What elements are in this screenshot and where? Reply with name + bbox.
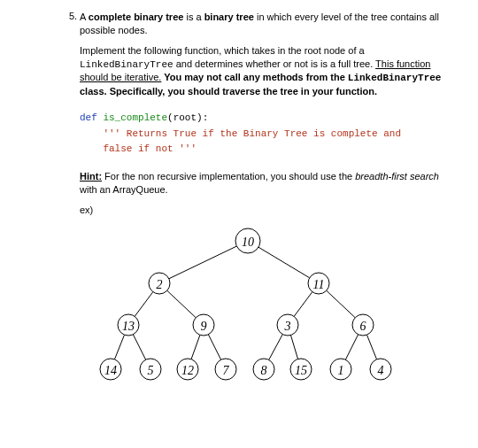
hint-paragraph: Hint: For the non recursive implementati… [80,170,443,197]
tree-edge [167,291,197,319]
tree-edge [133,335,145,360]
tree-edge [258,248,310,279]
tree-edge [191,336,200,359]
tree-edge [327,291,356,319]
text: with an ArrayQueue. [80,184,168,195]
tree-edge [366,336,376,360]
term-binary-tree: binary tree [204,12,254,22]
docstring-line: ''' Returns True if the Binary Tree is c… [80,128,401,139]
tree-edge [208,335,220,360]
tree-node-value: 1 [338,364,344,377]
tree-node-value: 8 [261,364,267,377]
code-block: def is_complete(root): ''' Returns True … [80,111,443,158]
tree-edge [345,335,358,360]
text: and determines whether or not is is a fu… [173,58,375,69]
params: (root): [167,112,208,123]
example-label: ex) [80,204,443,217]
code-inline: LinkedBinaryTree [80,59,173,70]
tree-edge [294,292,312,317]
page-content: 5. A complete binary tree is a binary tr… [0,0,478,409]
tree-node-value: 6 [360,320,366,333]
tree-node-value: 13 [122,320,135,333]
text: A [80,12,89,22]
keyword-def: def [80,112,97,123]
instruction-paragraph: Implement the following function, which … [80,44,443,98]
tree-node-value: 4 [378,364,384,377]
hint-label: Hint: [80,171,102,182]
tree-node-value: 12 [181,364,194,377]
tree-edge [169,246,237,279]
question-number: 5. [69,11,77,21]
text: class. Specifically, you should traverse… [80,86,377,97]
text: is a [183,12,204,22]
function-name: is_complete [103,112,167,123]
text: Implement the following function, which … [80,45,365,56]
tree-node-value: 7 [223,364,230,377]
tree-edge [135,292,153,317]
tree-edge [114,336,124,360]
tree-node-value: 3 [284,320,291,333]
tree-node-value: 10 [242,236,254,249]
tree-edge [290,336,297,359]
tree-node-value: 14 [104,364,117,377]
tree-svg: 102111393614512781514 [89,223,407,391]
tree-node-value: 5 [148,364,154,377]
term-bfs: breadth-first search [355,171,439,182]
tree-node-value: 11 [313,278,325,291]
tree-node-value: 15 [295,364,307,377]
definition-paragraph: A complete binary tree is a binary tree … [80,11,443,37]
code-inline: LinkedBinaryTree [348,73,442,83]
docstring-line: false if not ''' [80,143,197,154]
tree-node-value: 9 [201,320,207,333]
text: For the non recursive implementation, yo… [102,171,355,182]
text: You may not call any methods from the [161,72,347,82]
term-complete-binary-tree: complete binary tree [89,12,184,22]
tree-diagram: 102111393614512781514 [89,223,407,400]
tree-edge [269,335,283,360]
tree-node-value: 2 [157,278,163,291]
